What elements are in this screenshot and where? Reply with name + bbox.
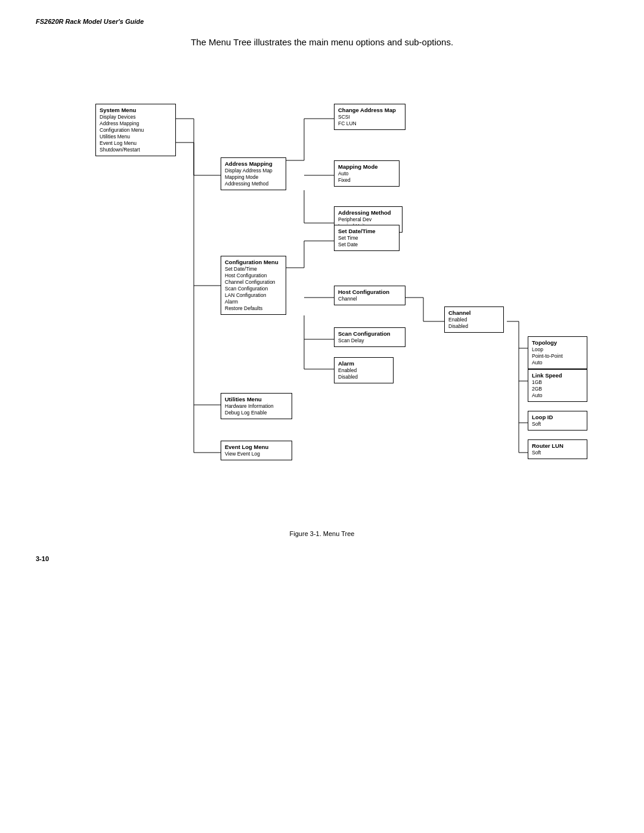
mapping-mode-item-2: Fixed: [338, 177, 395, 184]
config-item-5: LAN Configuration: [225, 292, 282, 299]
system-menu-item-5: Event Log Menu: [100, 140, 172, 147]
address-mapping-box: Address Mapping Display Address Map Mapp…: [221, 157, 286, 190]
page: FS2620R Rack Model User's Guide The Menu…: [0, 0, 644, 833]
config-item-6: Alarm: [225, 299, 282, 305]
loop-id-box: Loop ID Soft: [528, 411, 587, 431]
config-item-1: Set Date/Time: [225, 266, 282, 272]
scan-configuration-box: Scan Configuration Scan Delay: [334, 327, 405, 347]
change-address-map-title: Change Address Map: [338, 107, 401, 113]
topology-box: Topology Loop Point-to-Point Auto: [528, 336, 587, 369]
addressing-method-item-1: Peripheral Dev: [338, 216, 398, 223]
set-datetime-item-1: Set Time: [338, 235, 395, 241]
figure-caption: Figure 3-1. Menu Tree: [36, 530, 608, 537]
config-item-2: Host Configuration: [225, 272, 282, 279]
address-mapping-title: Address Mapping: [225, 160, 282, 167]
topology-item-2: Point-to-Point: [532, 353, 583, 360]
channel-item-2: Disabled: [448, 323, 500, 330]
system-menu-item-1: Display Devices: [100, 114, 172, 120]
config-item-4: Scan Configuration: [225, 286, 282, 292]
link-speed-box: Link Speed 1GB 2GB Auto: [528, 369, 587, 402]
event-log-menu-title: Event Log Menu: [225, 444, 288, 450]
configuration-menu-box: Configuration Menu Set Date/Time Host Co…: [221, 256, 286, 315]
address-mapping-item-1: Display Address Map: [225, 168, 282, 174]
address-mapping-item-3: Addressing Method: [225, 181, 282, 187]
router-lun-title: Router LUN: [532, 442, 583, 449]
scan-configuration-title: Scan Configuration: [338, 330, 401, 337]
event-log-menu-box: Event Log Menu View Event Log: [221, 441, 292, 460]
link-speed-item-2: 2GB: [532, 386, 583, 392]
alarm-box: Alarm Enabled Disabled: [334, 357, 394, 383]
host-configuration-item-1: Channel: [338, 296, 401, 302]
change-address-map-item-1: SCSI: [338, 114, 401, 120]
utilities-menu-box: Utilities Menu Hardware Information Debu…: [221, 393, 292, 419]
utilities-menu-title: Utilities Menu: [225, 396, 288, 402]
system-menu-item-4: Utilities Menu: [100, 134, 172, 140]
mapping-mode-item-1: Auto: [338, 171, 395, 177]
addressing-method-title: Addressing Method: [338, 209, 398, 216]
system-menu-title: System Menu: [100, 107, 172, 113]
page-number: 3-10: [36, 555, 608, 562]
diagram-container: System Menu Display Devices Address Mapp…: [36, 65, 608, 518]
change-address-map-item-2: FC LUN: [338, 120, 401, 127]
link-speed-title: Link Speed: [532, 372, 583, 379]
router-lun-item-1: Soft: [532, 450, 583, 456]
channel-item-1: Enabled: [448, 317, 500, 323]
set-datetime-title: Set Date/Time: [338, 228, 395, 234]
mapping-mode-title: Mapping Mode: [338, 163, 395, 170]
event-log-menu-item-1: View Event Log: [225, 451, 288, 457]
utilities-menu-item-2: Debug Log Enable: [225, 410, 288, 416]
topology-title: Topology: [532, 339, 583, 346]
loop-id-item-1: Soft: [532, 421, 583, 428]
topology-item-1: Loop: [532, 346, 583, 353]
host-configuration-title: Host Configuration: [338, 289, 401, 295]
loop-id-title: Loop ID: [532, 414, 583, 420]
system-menu-item-6: Shutdown/Restart: [100, 147, 172, 153]
channel-title: Channel: [448, 309, 500, 316]
link-speed-item-1: 1GB: [532, 379, 583, 386]
topology-item-3: Auto: [532, 360, 583, 366]
alarm-item-2: Disabled: [338, 374, 389, 380]
router-lun-box: Router LUN Soft: [528, 439, 587, 459]
host-configuration-box: Host Configuration Channel: [334, 286, 405, 305]
channel-box: Channel Enabled Disabled: [444, 306, 504, 333]
change-address-map-box: Change Address Map SCSI FC LUN: [334, 104, 405, 130]
scan-configuration-item-1: Scan Delay: [338, 337, 401, 344]
alarm-title: Alarm: [338, 360, 389, 367]
system-menu-item-3: Configuration Menu: [100, 127, 172, 134]
config-item-7: Restore Defaults: [225, 305, 282, 312]
mapping-mode-box: Mapping Mode Auto Fixed: [334, 160, 400, 187]
diagram: System Menu Display Devices Address Mapp…: [89, 65, 555, 518]
set-datetime-box: Set Date/Time Set Time Set Date: [334, 225, 400, 251]
address-mapping-item-2: Mapping Mode: [225, 174, 282, 181]
config-item-3: Channel Configuration: [225, 279, 282, 286]
utilities-menu-item-1: Hardware Information: [225, 403, 288, 410]
system-menu-item-2: Address Mapping: [100, 120, 172, 127]
page-header: FS2620R Rack Model User's Guide: [36, 18, 608, 25]
alarm-item-1: Enabled: [338, 367, 389, 374]
link-speed-item-3: Auto: [532, 392, 583, 399]
set-datetime-item-2: Set Date: [338, 241, 395, 248]
configuration-menu-title: Configuration Menu: [225, 259, 282, 265]
system-menu-box: System Menu Display Devices Address Mapp…: [95, 104, 176, 156]
main-title: The Menu Tree illustrates the main menu …: [36, 37, 608, 47]
